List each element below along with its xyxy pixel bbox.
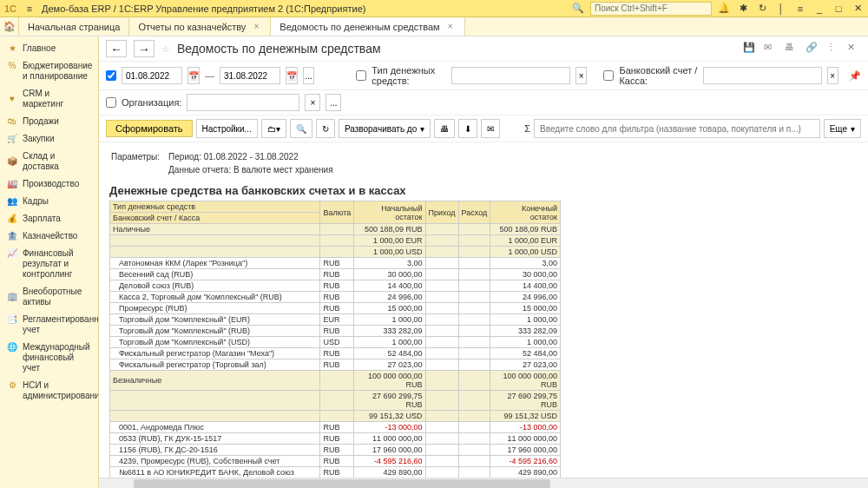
- more-button[interactable]: Еще ▾: [824, 119, 861, 138]
- history-icon[interactable]: ↻: [755, 2, 769, 16]
- sidebar-item-finance[interactable]: 📈Финансовый результат и контроллинг: [0, 245, 98, 283]
- sidebar-item-regulated[interactable]: 📑Регламентированный учет: [0, 311, 98, 339]
- sidebar-item-warehouse[interactable]: 📦Склад и доставка: [0, 148, 98, 175]
- table-row[interactable]: Деловой союз (RUB)RUB14 400,0014 400,00: [110, 280, 561, 292]
- table-row[interactable]: Торговый дом "Комплексный" (EUR)EUR1 000…: [110, 314, 561, 326]
- type-checkbox[interactable]: [356, 70, 366, 81]
- table-row[interactable]: Торговый дом "Комплексный" (USD)USD1 000…: [110, 337, 561, 348]
- org-more-button[interactable]: ...: [326, 94, 341, 111]
- find-button[interactable]: 🔍: [290, 119, 312, 138]
- print-button[interactable]: 🖶: [434, 119, 455, 138]
- factory-icon: 🏭: [7, 179, 17, 189]
- refresh-button[interactable]: ↻: [316, 119, 335, 138]
- sidebar-item-salary[interactable]: 💰Зарплата: [0, 210, 98, 228]
- favorite-icon[interactable]: ☆: [161, 43, 170, 55]
- user-icon[interactable]: ≡: [793, 2, 807, 16]
- org-label: Организация:: [122, 97, 181, 108]
- maximize-icon[interactable]: □: [832, 2, 845, 16]
- table-row[interactable]: 0001, Андромеда ПлюсRUB-13 000,00-13 000…: [110, 422, 561, 433]
- table-row[interactable]: Фискальный регистратор (Магазин "Меха")R…: [110, 348, 561, 359]
- date-range-button[interactable]: ...: [303, 67, 314, 84]
- type-input[interactable]: [451, 67, 570, 84]
- date-to-input[interactable]: [220, 67, 280, 84]
- tab-statement[interactable]: Ведомость по денежным средствам×: [271, 17, 464, 36]
- sidebar-item-admin[interactable]: ⚙НСИ и администрирование: [0, 377, 98, 405]
- print-icon[interactable]: 🖶: [785, 42, 799, 56]
- table-row[interactable]: Весенний сад (RUB)RUB30 000,0030 000,00: [110, 269, 561, 280]
- type-clear-button[interactable]: ×: [575, 67, 587, 84]
- horizontal-scrollbar[interactable]: [99, 478, 868, 488]
- menu-icon[interactable]: ≡: [23, 2, 36, 16]
- variant-button[interactable]: 🗀▾: [261, 119, 286, 138]
- app-logo-icon: 1С: [3, 2, 17, 16]
- scrollbar-thumb[interactable]: [134, 479, 550, 488]
- sidebar-item-crm[interactable]: ♥CRM и маркетинг: [0, 85, 98, 113]
- home-icon[interactable]: 🏠: [0, 17, 19, 36]
- org-clear-button[interactable]: ×: [305, 94, 320, 111]
- account-input[interactable]: [703, 67, 822, 84]
- save-icon[interactable]: 💾: [743, 42, 757, 56]
- sidebar-item-sales[interactable]: 🛍Продажи: [0, 113, 98, 130]
- generate-button[interactable]: Сформировать: [106, 120, 193, 137]
- more-icon[interactable]: ⋮: [826, 42, 840, 56]
- tab-home[interactable]: Начальная страница: [19, 17, 129, 36]
- sidebar-item-main[interactable]: ★Главное: [0, 40, 98, 57]
- cell: [425, 348, 458, 359]
- org-input[interactable]: [187, 94, 299, 111]
- account-checkbox[interactable]: [603, 70, 614, 81]
- table-row[interactable]: 1156 (RUB), ГК ДС-20-1516RUB17 960 000,0…: [110, 445, 561, 456]
- send-button[interactable]: ✉: [481, 119, 500, 138]
- cell: 30 000,00: [490, 269, 561, 280]
- filter-input[interactable]: [534, 119, 820, 138]
- org-checkbox[interactable]: [106, 97, 116, 108]
- table-row[interactable]: 1 000,00 EUR1 000,00 EUR: [110, 235, 561, 247]
- sidebar-item-purchases[interactable]: 🛒Закупки: [0, 130, 98, 148]
- date-from-input[interactable]: [122, 67, 182, 84]
- expand-button[interactable]: Разворачивать до ▾: [339, 119, 431, 138]
- sidebar-item-budget[interactable]: %Бюджетирование и планирование: [0, 57, 98, 85]
- table-row[interactable]: Наличные500 188,09 RUB500 188,09 RUB: [110, 224, 561, 235]
- global-search-input[interactable]: [590, 2, 712, 16]
- account-clear-button[interactable]: ×: [827, 67, 838, 84]
- table-row[interactable]: 27 690 299,75 RUB27 690 299,75 RUB: [110, 391, 561, 411]
- link-icon[interactable]: 🔗: [806, 42, 819, 56]
- star-icon[interactable]: ✱: [736, 2, 750, 16]
- close-page-icon[interactable]: ✕: [847, 42, 861, 56]
- settings-button[interactable]: Настройки...: [196, 119, 258, 138]
- cell: [320, 247, 354, 258]
- minimize-icon[interactable]: _: [812, 2, 826, 16]
- table-row[interactable]: Торговый дом "Комплексный" (RUB)RUB333 2…: [110, 326, 561, 337]
- table-row[interactable]: 1 000,00 USD1 000,00 USD: [110, 247, 561, 258]
- table-row[interactable]: Автономная ККМ (Ларек "Розница")RUB3,003…: [110, 258, 561, 269]
- table-row[interactable]: №6811 в АО ЮНИКРЕДИТ БАНК, Деловой союзR…: [110, 467, 561, 478]
- table-row[interactable]: Безналичные100 000 000,00 RUB100 000 000…: [110, 371, 561, 391]
- sidebar-item-production[interactable]: 🏭Производство: [0, 175, 98, 193]
- table-row[interactable]: Промресурс (RUB)RUB15 000,0015 000,00: [110, 303, 561, 314]
- sidebar-item-hr[interactable]: 👥Кадры: [0, 193, 98, 210]
- save-button[interactable]: ⬇: [458, 119, 477, 138]
- tab-close-icon[interactable]: ×: [251, 22, 261, 32]
- table-row[interactable]: 0533 (RUB), ГК ДУК-15-1517RUB11 000 000,…: [110, 433, 561, 445]
- back-button[interactable]: ←: [106, 40, 127, 57]
- close-window-icon[interactable]: ✕: [851, 2, 865, 16]
- table-row[interactable]: Фискальный регистратор (Торговый зал)RUB…: [110, 359, 561, 371]
- bell-icon[interactable]: 🔔: [717, 2, 731, 16]
- mail-icon[interactable]: ✉: [764, 42, 778, 56]
- date-from-picker-button[interactable]: 📅: [187, 67, 200, 84]
- search-icon[interactable]: 🔍: [571, 2, 585, 16]
- sidebar-item-assets[interactable]: 🏢Внеоборотные активы: [0, 283, 98, 311]
- table-row[interactable]: Касса 2, Торговый дом "Комплексный" (RUB…: [110, 292, 561, 303]
- table-row[interactable]: 99 151,32 USD99 151,32 USD: [110, 411, 561, 422]
- date-to-picker-button[interactable]: 📅: [286, 67, 298, 84]
- cell: 15 000,00: [490, 303, 561, 314]
- tab-reports[interactable]: Отчеты по казначейству×: [129, 17, 271, 36]
- pin-icon[interactable]: 📌: [849, 70, 861, 82]
- sidebar-item-intl[interactable]: 🌐Международный финансовый учет: [0, 339, 98, 377]
- table-row[interactable]: 4239, Промресурс (RUB), Собственный счет…: [110, 456, 561, 467]
- sidebar-item-treasury[interactable]: 🏦Казначейство: [0, 228, 98, 245]
- cell: 30 000,00: [354, 269, 425, 280]
- tab-close-icon[interactable]: ×: [445, 22, 456, 32]
- forward-button[interactable]: →: [134, 40, 155, 57]
- date-checkbox[interactable]: [106, 70, 116, 81]
- cell: 17 960 000,00: [354, 445, 425, 456]
